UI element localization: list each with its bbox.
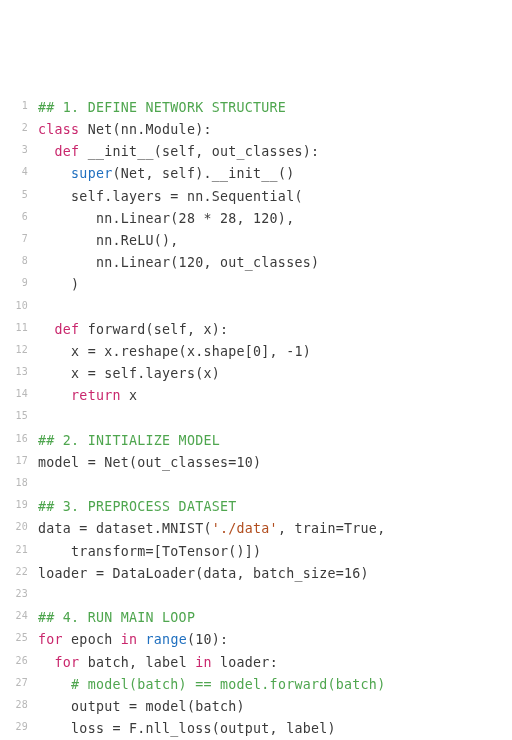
line-number: 2 <box>0 120 38 137</box>
code-token <box>137 632 145 647</box>
code-token: self.layers = nn.Sequential( <box>38 189 303 204</box>
code-line: 24## 4. RUN MAIN LOOP <box>0 607 504 629</box>
code-token: Net(nn.Module): <box>79 122 211 137</box>
code-line: 11 def forward(self, x): <box>0 319 504 341</box>
line-number: 20 <box>0 519 38 536</box>
code-line: 1## 1. DEFINE NETWORK STRUCTURE <box>0 97 504 119</box>
line-number: 22 <box>0 564 38 581</box>
code-line: 29 loss = F.nll_loss(output, label) <box>0 718 504 740</box>
code-line: 19## 3. PREPROCESS DATASET <box>0 496 504 518</box>
code-line: 5 self.layers = nn.Sequential( <box>0 186 504 208</box>
code-token: data = dataset.MNIST( <box>38 521 212 536</box>
code-token: ## 2. INITIALIZE MODEL <box>38 433 220 448</box>
code-token: model = Net(out_classes=10) <box>38 455 261 470</box>
code-line: 2class Net(nn.Module): <box>0 119 504 141</box>
line-number: 10 <box>0 298 38 315</box>
line-number: 23 <box>0 586 38 603</box>
code-token: loss = F.nll_loss(output, label) <box>38 721 336 736</box>
line-number: 17 <box>0 453 38 470</box>
code-token: x = self.layers(x) <box>38 366 220 381</box>
code-token: x = x.reshape(x.shape[0], -1) <box>38 344 311 359</box>
code-token: nn.ReLU(), <box>38 233 179 248</box>
code-token: ## 1. DEFINE NETWORK STRUCTURE <box>38 100 286 115</box>
code-token: ) <box>38 277 79 292</box>
line-number: 29 <box>0 719 38 736</box>
code-line: 9 ) <box>0 274 504 296</box>
line-number: 9 <box>0 275 38 292</box>
line-number: 7 <box>0 231 38 248</box>
code-line: 28 output = model(batch) <box>0 696 504 718</box>
line-number: 4 <box>0 164 38 181</box>
line-number: 16 <box>0 431 38 448</box>
line-number: 15 <box>0 408 38 425</box>
code-token: loader: <box>212 655 278 670</box>
code-line: 22loader = DataLoader(data, batch_size=1… <box>0 563 504 585</box>
line-number: 24 <box>0 608 38 625</box>
line-number: 13 <box>0 364 38 381</box>
code-line: 13 x = self.layers(x) <box>0 363 504 385</box>
line-number: 3 <box>0 142 38 159</box>
code-line: 7 nn.ReLU(), <box>0 230 504 252</box>
line-number: 5 <box>0 187 38 204</box>
code-token: super <box>71 166 112 181</box>
code-line: 6 nn.Linear(28 * 28, 120), <box>0 208 504 230</box>
code-line: 26 for batch, label in loader: <box>0 652 504 674</box>
line-number: 8 <box>0 253 38 270</box>
code-token <box>38 388 71 403</box>
code-token: transform=[ToTensor()]) <box>38 544 261 559</box>
code-line: 18 <box>0 474 504 496</box>
line-number: 27 <box>0 675 38 692</box>
code-token <box>38 144 55 159</box>
code-line: 16## 2. INITIALIZE MODEL <box>0 430 504 452</box>
code-token <box>38 655 55 670</box>
code-token: (Net, self).__init__() <box>112 166 294 181</box>
line-number: 19 <box>0 497 38 514</box>
code-line: 4 super(Net, self).__init__() <box>0 163 504 185</box>
code-token: for <box>55 655 80 670</box>
code-line: 20data = dataset.MNIST('./data', train=T… <box>0 518 504 540</box>
code-token: return <box>71 388 121 403</box>
code-token: forward(self, x): <box>79 322 228 337</box>
code-token: ## 3. PREPROCESS DATASET <box>38 499 237 514</box>
code-token: output = model(batch) <box>38 699 245 714</box>
line-number: 28 <box>0 697 38 714</box>
code-token <box>38 322 55 337</box>
code-token: for <box>38 632 63 647</box>
line-number: 6 <box>0 209 38 226</box>
line-number: 11 <box>0 320 38 337</box>
code-token: ## 4. RUN MAIN LOOP <box>38 610 195 625</box>
code-line: 14 return x <box>0 385 504 407</box>
code-token: './data' <box>212 521 278 536</box>
code-line: 8 nn.Linear(120, out_classes) <box>0 252 504 274</box>
code-token: in <box>195 655 212 670</box>
code-token <box>38 166 71 181</box>
line-number: 12 <box>0 342 38 359</box>
line-number: 21 <box>0 542 38 559</box>
code-token: batch, label <box>79 655 195 670</box>
line-number: 18 <box>0 475 38 492</box>
code-token: __init__(self, out_classes): <box>79 144 319 159</box>
code-token: loader = DataLoader(data, batch_size=16) <box>38 566 369 581</box>
code-token: class <box>38 122 79 137</box>
code-line: 21 transform=[ToTensor()]) <box>0 541 504 563</box>
code-line: 27 # model(batch) == model.forward(batch… <box>0 674 504 696</box>
code-token: nn.Linear(120, out_classes) <box>38 255 319 270</box>
code-line: 23 <box>0 585 504 607</box>
line-number: 14 <box>0 386 38 403</box>
line-number: 26 <box>0 653 38 670</box>
code-token: def <box>55 322 80 337</box>
code-line: 25for epoch in range(10): <box>0 629 504 651</box>
code-token: in <box>121 632 138 647</box>
code-line: 3 def __init__(self, out_classes): <box>0 141 504 163</box>
code-token: , train=True, <box>278 521 386 536</box>
code-block: 1## 1. DEFINE NETWORK STRUCTURE2class Ne… <box>0 97 504 740</box>
code-line: 17model = Net(out_classes=10) <box>0 452 504 474</box>
code-line: 12 x = x.reshape(x.shape[0], -1) <box>0 341 504 363</box>
code-token: epoch <box>63 632 121 647</box>
code-token: nn.Linear(28 * 28, 120), <box>38 211 294 226</box>
code-token: x <box>121 388 138 403</box>
code-line: 15 <box>0 407 504 429</box>
line-number: 1 <box>0 98 38 115</box>
code-token: (10): <box>187 632 228 647</box>
code-token: # model(batch) == model.forward(batch) <box>71 677 385 692</box>
